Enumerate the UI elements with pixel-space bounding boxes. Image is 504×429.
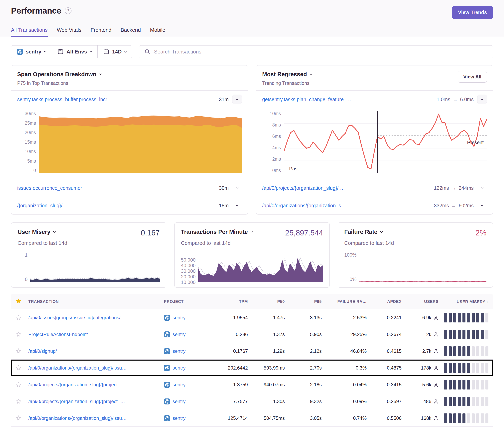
search-input[interactable] (154, 49, 488, 55)
col-apdex[interactable]: APDEX (367, 299, 402, 304)
expand-button[interactable] (477, 187, 487, 189)
most-regressed-title[interactable]: Most Regressed (262, 71, 312, 78)
users-count: 2k (426, 332, 431, 337)
span-op-link[interactable]: /{organization_slug}/ (17, 203, 215, 209)
table-row[interactable]: /api/0/signup/ sentry 0.1767 1.29s 2.12s… (11, 343, 493, 359)
project-link[interactable]: sentry (164, 315, 214, 321)
misery-bar (444, 313, 447, 323)
transaction-link[interactable]: /api/0/projects/{organization_slug}/{pro… (28, 399, 164, 404)
regressed-link[interactable]: /api/0/organizations/{organization_s … (262, 203, 430, 209)
project-link[interactable]: sentry (164, 365, 214, 371)
star-outline-icon (16, 382, 22, 388)
tpm-value: 0.1767 (214, 348, 248, 354)
favorite-star-button[interactable] (16, 332, 28, 337)
environment-selector[interactable]: All Envs (52, 45, 98, 58)
expand-button[interactable] (232, 205, 242, 207)
transaction-link[interactable]: /api/0/signup/ (28, 348, 164, 354)
tab-mobile[interactable]: Mobile (150, 27, 165, 37)
stacked-area-chart[interactable] (39, 111, 242, 173)
filter-bar: sentry All Envs 14D (11, 45, 493, 58)
misery-bar (467, 363, 470, 373)
col-users[interactable]: USERS (402, 299, 439, 304)
collapse-button[interactable] (232, 95, 242, 104)
favorite-star-button[interactable] (16, 415, 28, 421)
col-failure-rate[interactable]: FAILURE RA… (322, 299, 367, 304)
p50-value: 504.75ms (248, 415, 285, 421)
search-bar[interactable] (139, 45, 493, 58)
collapse-button[interactable] (477, 95, 487, 104)
failure-rate-card: Failure Rate 2% Compared to last 14d 100… (338, 222, 493, 288)
table-row[interactable] (11, 427, 493, 429)
regressed-row: /api/0/projects/{organization_slug}/ … 1… (256, 179, 493, 197)
favorite-star-button[interactable] (16, 365, 28, 371)
table-row[interactable]: /api/0/organizations/{organization_slug}… (11, 410, 493, 427)
favorite-star-button[interactable] (16, 382, 28, 388)
col-project[interactable]: PROJECT (164, 299, 214, 304)
project-link[interactable]: sentry (164, 332, 214, 337)
tab-backend[interactable]: Backend (121, 27, 141, 37)
transaction-link[interactable]: /api/0/issues|groups/{issue_id}/integrat… (28, 315, 164, 320)
misery-bar (486, 346, 488, 356)
table-row[interactable]: ProjectRuleActionsEndpoint sentry 0.286 … (11, 326, 493, 343)
regression-values: 1.0ms → 6.0ms (437, 96, 474, 102)
col-p95[interactable]: P95 (285, 299, 322, 304)
col-user-misery[interactable]: USER MISERY↓ (439, 299, 488, 304)
trend-line-chart[interactable] (284, 111, 487, 173)
project-link[interactable]: sentry (164, 382, 214, 388)
misery-bar (467, 397, 470, 406)
failure-rate-chart[interactable] (359, 252, 486, 282)
user-misery-title[interactable]: User Misery (18, 229, 55, 235)
expand-button[interactable] (477, 205, 487, 207)
misery-bar (476, 397, 479, 406)
misery-bar (481, 380, 484, 389)
project-selector[interactable]: sentry (11, 45, 52, 58)
users-cell: 168k (402, 415, 439, 421)
tpm-title[interactable]: Transactions Per Minute (181, 229, 253, 235)
misery-bar (481, 346, 484, 356)
help-icon[interactable] (65, 7, 72, 14)
view-all-button[interactable]: View All (458, 71, 487, 83)
col-tpm[interactable]: TPM (214, 299, 248, 304)
project-name: sentry (172, 315, 186, 320)
project-link[interactable]: sentry (164, 398, 214, 404)
table-row[interactable]: /api/0/organizations/{organization_slug}… (11, 359, 493, 376)
p50-value: 1.37s (248, 332, 285, 337)
regressed-link[interactable]: getsentry.tasks.plan_change_feature_ … (262, 96, 433, 102)
tpm-chart[interactable] (198, 252, 323, 282)
span-op-value: 18m (219, 203, 229, 209)
col-p50[interactable]: P50 (248, 299, 285, 304)
project-link[interactable]: sentry (164, 415, 214, 421)
chevron-up-icon (481, 99, 483, 101)
expand-button[interactable] (232, 187, 242, 189)
failure-rate-title[interactable]: Failure Rate (344, 229, 382, 235)
misery-bar (486, 413, 488, 423)
chevron-down-icon (380, 230, 383, 233)
table-row[interactable]: /api/0/projects/{organization_slug}/{pro… (11, 376, 493, 393)
view-trends-button[interactable]: View Trends (452, 6, 493, 19)
tab-all-transactions[interactable]: All Transactions (11, 27, 48, 37)
tab-frontend[interactable]: Frontend (91, 27, 111, 37)
apdex-value: 0.2597 (367, 399, 402, 404)
table-row[interactable]: /api/0/projects/{organization_slug}/{pro… (11, 393, 493, 410)
span-op-link[interactable]: issues.occurrence_consumer (17, 185, 215, 191)
favorite-star-button[interactable] (16, 348, 28, 354)
span-op-value: 31m (219, 96, 229, 102)
col-transaction[interactable]: TRANSACTION (28, 299, 164, 304)
apdex-value: 0.2241 (367, 315, 402, 320)
project-link[interactable]: sentry (164, 348, 214, 354)
span-operations-title[interactable]: Span Operations Breakdown (17, 71, 101, 78)
span-op-link[interactable]: sentry.tasks.process_buffer.process_incr (17, 96, 215, 102)
transaction-link[interactable]: /api/0/organizations/{organization_slug}… (28, 415, 164, 421)
user-misery-chart[interactable] (30, 252, 160, 282)
table-row[interactable]: /api/0/issues|groups/{issue_id}/integrat… (11, 309, 493, 326)
tab-web-vitals[interactable]: Web Vitals (57, 27, 81, 37)
transaction-link[interactable]: /api/0/organizations/{organization_slug}… (28, 365, 164, 371)
date-range-selector[interactable]: 14D (98, 45, 132, 58)
regressed-link[interactable]: /api/0/projects/{organization_slug}/ … (262, 185, 430, 191)
favorite-star-button[interactable] (16, 398, 28, 404)
transaction-link[interactable]: ProjectRuleActionsEndpoint (28, 332, 164, 337)
star-header-icon[interactable] (16, 298, 28, 305)
favorite-star-button[interactable] (16, 315, 28, 321)
project-selector-label: sentry (26, 49, 41, 55)
transaction-link[interactable]: /api/0/projects/{organization_slug}/{pro… (28, 382, 164, 387)
